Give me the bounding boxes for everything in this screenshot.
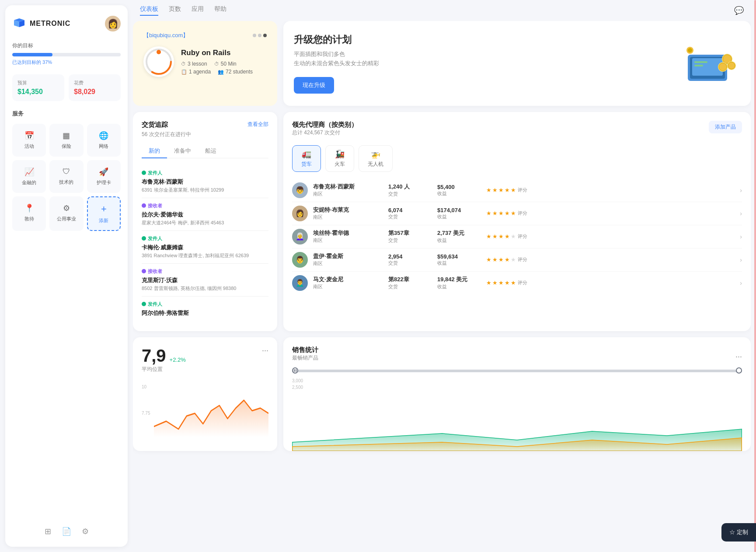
finance-label: 金融的 (22, 179, 36, 186)
insurance-icon: ▦ (63, 131, 70, 140)
add-label: 添新 (99, 217, 108, 224)
entry-0: 发件人 布鲁克林·西蒙斯 6391 埃尔金圣塞莱斯, 特拉华州 10299 (142, 165, 268, 198)
cat-drone[interactable]: 🚁 无人机 (359, 145, 393, 172)
rev-type-0: 收益 (437, 190, 481, 197)
service-nursing[interactable]: 🚀 护理卡 (87, 160, 121, 193)
delivery-link[interactable]: 查看全部 (247, 121, 268, 128)
slider-thumb-right[interactable] (736, 367, 742, 374)
sales-more-button[interactable]: ··· (735, 346, 742, 368)
stat-num-0: 1,240 人 (388, 183, 432, 191)
svg-point-5 (157, 50, 161, 54)
tab-pages[interactable]: 页数 (169, 5, 181, 16)
name-3: 克里斯汀·沃森 (142, 276, 268, 284)
stat-type-3: 交货 (388, 260, 432, 266)
stars-4: ★★★★★ (486, 279, 516, 286)
public-icon: ⚙ (63, 203, 70, 213)
course-url-text: 【biqubiqu.com】 (143, 31, 188, 39)
tab-new[interactable]: 新的 (142, 144, 167, 158)
add-product-button[interactable]: 添加产品 (709, 121, 742, 133)
progress-fill (12, 53, 52, 56)
service-add[interactable]: + 添新 (87, 196, 121, 231)
stats-row: 预算 $14,350 花费 $8,029 (12, 74, 121, 101)
course-dots (253, 34, 267, 37)
course-url-bar: 【biqubiqu.com】 (143, 31, 267, 39)
service-hosting[interactable]: 📍 敦待 (12, 196, 46, 231)
file-icon[interactable]: 📄 (62, 527, 71, 536)
services-grid: 📅 活动 ▦ 保险 🌐 网络 📈 金融的 🛡 技术的 🚀 护理卡 📍 敦待 ⚙ (12, 124, 121, 231)
upgrade-button[interactable]: 现在升级 (294, 77, 334, 94)
agent-region-3: 南区 (313, 260, 383, 267)
svg-rect-16 (694, 65, 703, 66)
role-1: 接收者 (142, 203, 268, 209)
agent-arrow-4[interactable]: › (740, 279, 742, 286)
settings-icon[interactable]: ⚙ (82, 527, 89, 536)
rev-num-0: $5,400 (437, 184, 481, 190)
agent-header-left: 领先代理商（按类别） 总计 424,567 次交付 (292, 121, 358, 143)
role-dot-4 (142, 302, 146, 306)
role-dot-0 (142, 171, 146, 175)
sales-y-3000: 3,000 (292, 378, 742, 383)
service-finance[interactable]: 📈 金融的 (12, 160, 46, 193)
avg-num: 7,9 (142, 346, 166, 366)
avg-more-button[interactable]: ··· (262, 346, 268, 355)
agent-stat-1: 6,074 交货 (388, 207, 432, 220)
agent-stat-3: 2,954 交货 (388, 253, 432, 266)
entry-4: 发件人 阿尔伯特·弗洛雷斯 (142, 297, 268, 322)
tab-shipping[interactable]: 船运 (198, 144, 223, 158)
delivery-subtitle: 56 次交付正在进行中 (142, 131, 268, 138)
svg-point-14 (719, 63, 727, 71)
dot-3 (263, 34, 267, 37)
nav-tabs: 仪表板 页数 应用 帮助 (140, 5, 226, 16)
nursing-icon: 🚀 (99, 167, 108, 177)
role-dot-1 (142, 203, 146, 208)
tab-dashboard[interactable]: 仪表板 (140, 5, 158, 16)
avg-label: 平均位置 (142, 366, 186, 373)
customize-button[interactable]: ☆ 定制 (721, 523, 756, 542)
avg-value-display: 7,9 +2.2% (142, 346, 186, 366)
content-area: 【biqubiqu.com】 (133, 21, 751, 547)
role-dot-2 (142, 236, 146, 241)
agent-arrow-2[interactable]: › (740, 233, 742, 240)
activity-icon: 📅 (24, 131, 34, 140)
stars-2: ★★★★★ (486, 233, 516, 240)
name-1: 拉尔夫·爱德华兹 (142, 211, 268, 219)
notification-icon[interactable]: 💬 (734, 6, 744, 15)
tab-preparing[interactable]: 准备中 (167, 144, 198, 158)
agent-arrow-1[interactable]: › (740, 210, 742, 217)
agent-rev-3: $59,634 收益 (437, 253, 481, 266)
role-0: 发件人 (142, 170, 268, 176)
agent-rating-1: ★★★★★ 评分 (486, 210, 735, 217)
avg-position-card: 7,9 +2.2% 平均位置 ··· 10 7.75 (133, 337, 277, 451)
avg-change: +2.2% (170, 356, 186, 363)
course-body: Ruby on Rails ⏱ 3 lesson ⏱ 50 Min (143, 46, 267, 77)
stat-type-4: 交货 (388, 283, 432, 290)
slider-thumb-left[interactable] (292, 367, 298, 374)
name-4: 阿尔伯特·弗洛雷斯 (142, 309, 268, 317)
rev-num-3: $59,634 (437, 253, 481, 260)
logo-area: METRONIC (12, 17, 70, 31)
service-activity[interactable]: 📅 活动 (12, 124, 46, 157)
delivery-title: 交货追踪 (142, 121, 168, 129)
agent-row-0: 👦 布鲁克林·西蒙斯 南区 1,240 人 交货 $5,400 收益 (292, 179, 742, 202)
agent-name-4: 马文·麦金尼 (313, 276, 383, 283)
cat-train[interactable]: 🚂 火车 (325, 145, 354, 172)
addr-3: 8502 普雷斯顿路, 英格尔伍德, 缅因州 98380 (142, 285, 268, 292)
upgrade-title: 升级您的计划 (294, 33, 379, 46)
stat-type-2: 交货 (388, 237, 432, 244)
category-tabs: 🚛 货车 🚂 火车 🚁 无人机 (292, 145, 742, 172)
tab-apps[interactable]: 应用 (192, 5, 204, 16)
finance-icon: 📈 (24, 167, 34, 177)
tab-help[interactable]: 帮助 (214, 5, 226, 16)
sales-subtitle: 最畅销产品 (292, 354, 318, 362)
course-title: Ruby on Rails (181, 49, 253, 57)
upgrade-desc: 平面插图和我们多色 生动的未混合紫色头发女士的精彩 (294, 50, 379, 68)
layers-icon[interactable]: ⊞ (45, 527, 51, 536)
agent-arrow-3[interactable]: › (740, 256, 742, 263)
row-2: 交货追踪 查看全部 56 次交付正在进行中 新的 准备中 船运 发件人 布鲁克林… (133, 112, 751, 331)
service-insurance[interactable]: ▦ 保险 (49, 124, 83, 157)
cat-truck[interactable]: 🚛 货车 (292, 145, 321, 172)
agent-arrow-0[interactable]: › (740, 187, 742, 194)
service-tech[interactable]: 🛡 技术的 (49, 160, 83, 193)
service-network[interactable]: 🌐 网络 (87, 124, 121, 157)
service-public[interactable]: ⚙ 公用事业 (49, 196, 83, 231)
